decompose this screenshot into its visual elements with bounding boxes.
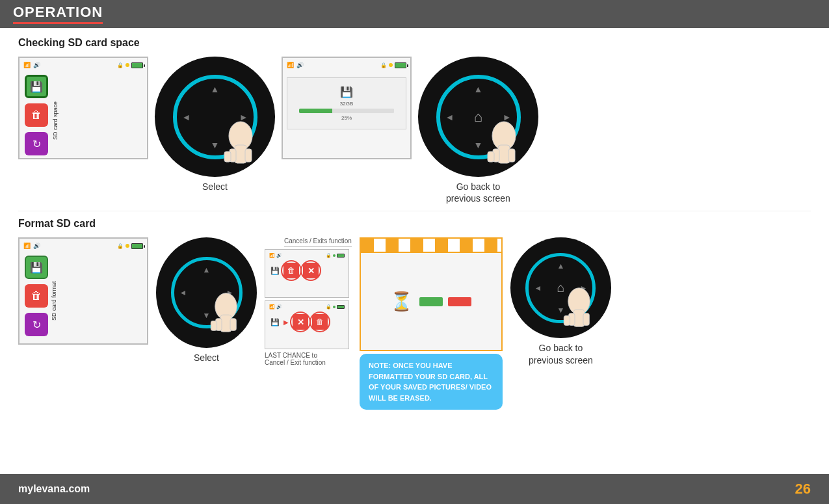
screen-topbar-3: 📶 🔊 🔒 [287,62,406,68]
trash-icon-red: 🗑 [25,103,48,127]
circle-inner-2: ▲ ▼ ◄ ► [171,257,243,328]
hand-icon-1 [218,116,263,168]
format-topbar: 📶 🔊 🔒 [23,243,143,249]
sd-space-display: 💾 32GB 25% [287,77,406,129]
circle-inner-goback-1: ▲ ▼ ◄ ► ⌂ [436,75,521,159]
hand-icon-2 [205,288,247,337]
hand-icon-goback1 [481,116,527,168]
section2-step1: 📶 🔊 🔒 💾 🗑 [18,237,148,345]
svg-rect-13 [230,319,236,331]
section-divider [18,211,811,211]
volume-icon-3: 🔊 [296,62,304,68]
lock-icon-1: 🔒 [117,62,124,68]
warning-icon: ⏳ [390,291,413,312]
progress-empty [332,109,394,113]
section1-title: Checking SD card space [18,37,811,49]
annotation-cancels: Cancels / Exits function [284,237,352,246]
circle-inner-goback-2: ▲ ▼ ◄ ► ⌂ [525,253,596,323]
progress-container: 32GB 25% [299,101,394,121]
svg-rect-1 [235,145,246,163]
section2-warning-col: ⏳ NOTE: ONCE YOU HAVE FORMATTED YOUR SD … [360,237,503,410]
trash-icon-red-f: 🗑 [25,284,48,308]
header-title: OPERATION [13,4,103,24]
arrow-up-1: ▲ [211,84,220,94]
section2-title: Format SD card [18,218,811,230]
sd-card-space-label: SD card space [52,75,59,140]
progress-red-warning [448,297,471,306]
arrow-left-2: ◄ [179,288,187,297]
sd-icon-green: 💾 [25,75,48,98]
section2-step4: ▲ ▼ ◄ ► ⌂ Go back to previous screen [510,237,611,365]
svg-rect-4 [224,152,231,162]
signal-dot-3 [389,63,393,67]
refresh-icon-purple-f: ↻ [25,313,48,336]
main-content: Checking SD card space 📶 🔊 🔒 [0,28,829,474]
warning-content: ⏳ [361,253,501,350]
refresh-icon-purple: ↻ [25,132,48,155]
select-circle-2: ▲ ▼ ◄ ► [156,237,257,348]
annotation-last-chance: LAST CHANCE to Cancel / Exit function [265,352,326,367]
lock-icon-3: 🔒 [380,62,387,68]
circle-highlight-top [281,260,302,281]
svg-rect-11 [220,315,231,332]
svg-rect-14 [211,321,217,331]
screen-content-1: 💾 🗑 ↻ SD card space [23,75,143,155]
section1-step2: ▲ ▼ ◄ ► Select [155,57,275,192]
sd-card-display-icon: 💾 [340,86,353,98]
signal-icon-3: 📶 [287,62,294,68]
go-back-circle-1: ▲ ▼ ◄ ► ⌂ [418,57,538,177]
sd-icon-small-2: 💾 [270,318,280,326]
format-label-vertical: SD card format [51,256,58,321]
hand-icon-gb2 [558,283,600,332]
note-bubble: NOTE: ONCE YOU HAVE FORMATTED YOUR SD CA… [360,354,503,410]
circle-highlight-bottom1 [290,312,311,332]
section2-step2-label: Select [194,352,219,364]
screen-mockup-3: 📶 🔊 🔒 💾 32GB [282,57,412,159]
arrow-left-gb1: ◄ [445,112,454,122]
battery-icon-1 [131,62,143,68]
progress-green-warning [419,297,443,306]
arrow-right-red: ▶ [283,319,289,326]
header: OPERATION [0,0,829,28]
progress-fill [299,109,332,113]
section1-steps: 📶 🔊 🔒 💾 🗑 [18,57,811,204]
lock-icon-f: 🔒 [117,243,124,249]
section1-step4-label: Go back to previous screen [446,181,510,204]
svg-rect-9 [488,152,494,162]
signal-icon-1: 📶 [23,62,31,68]
format-bottom-icons: 💾 ▶ ✕ 🗑 [268,314,346,330]
format-screen-mockup: 📶 🔊 🔒 💾 🗑 [18,237,148,345]
screen-topbar-1: 📶 🔊 🔒 [23,62,143,68]
storage-label: 32GB [299,101,394,107]
sd-icon-green-f: 💾 [25,256,48,279]
svg-rect-6 [498,145,510,163]
signal-dot-1 [125,63,129,67]
section1-step3: 📶 🔊 🔒 💾 32GB [282,57,412,159]
screen-mockup-1: 📶 🔊 🔒 💾 🗑 [18,57,148,159]
section1-step2-label: Select [202,181,228,192]
format-top-icons: 💾 🗑 ✕ [268,263,346,278]
section2-step4-label: Go back to previous screen [529,342,593,365]
arrow-up-gb2: ▲ [557,261,564,271]
footer-url: mylevana.com [18,483,90,495]
section2-steps: 📶 🔊 🔒 💾 🗑 [18,237,811,410]
circle-highlight-bottom2 [309,312,330,332]
battery-icon-f [131,243,143,249]
section2-step3: Cancels / Exits function 📶 🔊 🔒 💾 [265,237,352,370]
volume-icon-1: 🔊 [33,62,40,68]
arrow-left-gb2: ◄ [534,284,542,293]
footer-page: 26 [795,481,811,497]
section2-step2: ▲ ▼ ◄ ► Select [156,237,257,364]
svg-rect-18 [583,313,589,326]
svg-rect-16 [574,310,585,326]
arrow-up-gb1: ▲ [474,84,483,94]
progress-bar [299,109,394,113]
warning-screen: ⏳ [360,237,503,351]
svg-rect-3 [245,149,252,162]
select-circle-1: ▲ ▼ ◄ ► [155,57,275,177]
footer: mylevana.com 26 [0,474,829,504]
progress-pct: 25% [299,115,394,121]
section1-step4: ▲ ▼ ◄ ► ⌂ Go back to previous screen [418,57,538,204]
format-mini-screen-top: 📶 🔊 🔒 💾 🗑 [265,249,349,298]
warning-stripe [361,239,501,253]
